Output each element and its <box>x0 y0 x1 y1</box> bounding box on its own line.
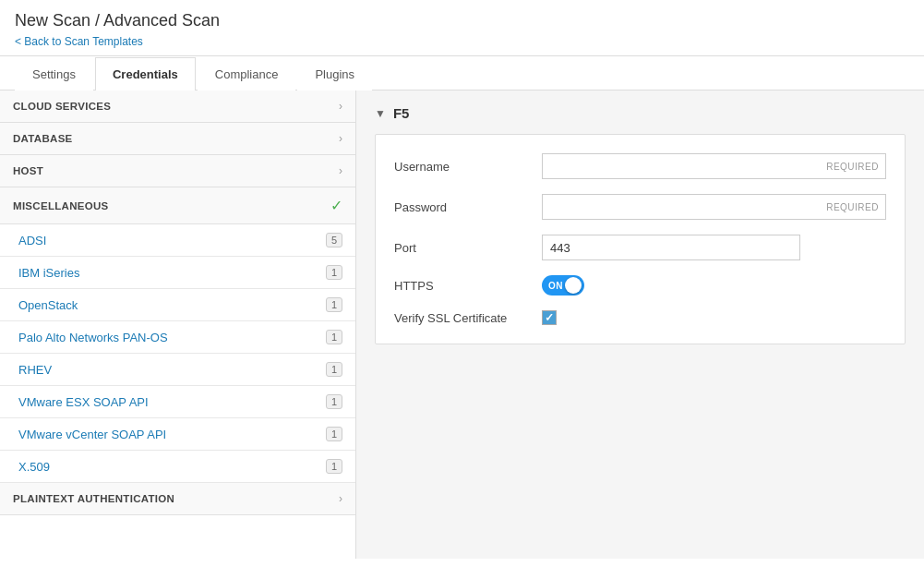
sidebar-item-x509[interactable]: X.509 1 <box>0 451 355 483</box>
username-row: Username REQUIRED <box>394 153 886 179</box>
sidebar-category-database[interactable]: DATABASE › <box>0 123 355 155</box>
username-input-wrapper: REQUIRED <box>542 153 886 179</box>
sidebar-category-cloud-services[interactable]: CLOUD SERVICES › <box>0 90 355 123</box>
back-link[interactable]: < Back to Scan Templates <box>15 35 143 48</box>
tab-credentials[interactable]: Credentials <box>95 57 196 90</box>
verify-ssl-label: Verify SSL Certificate <box>394 311 542 325</box>
section-toggle-icon[interactable]: ▼ <box>375 107 386 120</box>
https-toggle[interactable]: ON <box>542 275 584 296</box>
sidebar-item-vmware-vcenter[interactable]: VMware vCenter SOAP API 1 <box>0 418 355 451</box>
sidebar-category-host[interactable]: HOST › <box>0 155 355 187</box>
verify-ssl-check-icon: ✓ <box>545 311 554 324</box>
tab-settings[interactable]: Settings <box>15 57 93 90</box>
cloud-services-arrow: › <box>339 100 342 113</box>
password-row: Password REQUIRED <box>394 194 886 220</box>
tab-plugins[interactable]: Plugins <box>297 57 372 90</box>
tab-compliance[interactable]: Compliance <box>198 57 296 90</box>
verify-ssl-checkbox[interactable]: ✓ <box>542 310 557 325</box>
port-label: Port <box>394 241 542 255</box>
form-panel: Username REQUIRED Password REQUIRED <box>375 134 906 344</box>
password-input-wrapper: REQUIRED <box>542 194 886 220</box>
sidebar-category-miscellaneous[interactable]: MISCELLANEOUS ✓ <box>0 187 355 224</box>
username-label: Username <box>394 160 542 174</box>
sidebar-item-rhev[interactable]: RHEV 1 <box>0 354 355 386</box>
miscellaneous-arrow: ✓ <box>330 197 342 214</box>
section-title: F5 <box>393 105 410 121</box>
right-panel: ▼ F5 Username REQUIRED Password <box>356 90 924 559</box>
main-content: CLOUD SERVICES › DATABASE › HOST › MISCE… <box>0 90 924 559</box>
sidebar-category-plaintext-auth[interactable]: PLAINTEXT AUTHENTICATION › <box>0 483 355 515</box>
section-header: ▼ F5 <box>375 105 906 121</box>
username-input[interactable] <box>542 153 886 179</box>
password-label: Password <box>394 200 542 214</box>
verify-ssl-row: Verify SSL Certificate ✓ <box>394 310 886 325</box>
plaintext-auth-arrow: › <box>339 492 342 505</box>
sidebar-item-palo-alto[interactable]: Palo Alto Networks PAN-OS 1 <box>0 321 355 354</box>
https-label: HTTPS <box>394 279 542 293</box>
port-input[interactable] <box>542 235 800 260</box>
sidebar-item-openstack[interactable]: OpenStack 1 <box>0 289 355 321</box>
password-input[interactable] <box>542 194 886 220</box>
sidebar-item-ibm-iseries[interactable]: IBM iSeries 1 <box>0 257 355 289</box>
https-on-label: ON <box>548 281 563 291</box>
sidebar-item-vmware-esx[interactable]: VMware ESX SOAP API 1 <box>0 386 355 418</box>
https-row: HTTPS ON <box>394 275 886 296</box>
tabs-bar: Settings Credentials Compliance Plugins <box>0 56 924 90</box>
https-toggle-wrapper: ON <box>542 275 584 296</box>
page-title: New Scan / Advanced Scan <box>15 11 909 30</box>
port-row: Port <box>394 235 886 260</box>
host-arrow: › <box>339 164 342 177</box>
database-arrow: › <box>339 132 342 145</box>
sidebar: CLOUD SERVICES › DATABASE › HOST › MISCE… <box>0 90 356 559</box>
page-header: New Scan / Advanced Scan < Back to Scan … <box>0 0 924 56</box>
sidebar-item-adsi[interactable]: ADSI 5 <box>0 224 355 257</box>
